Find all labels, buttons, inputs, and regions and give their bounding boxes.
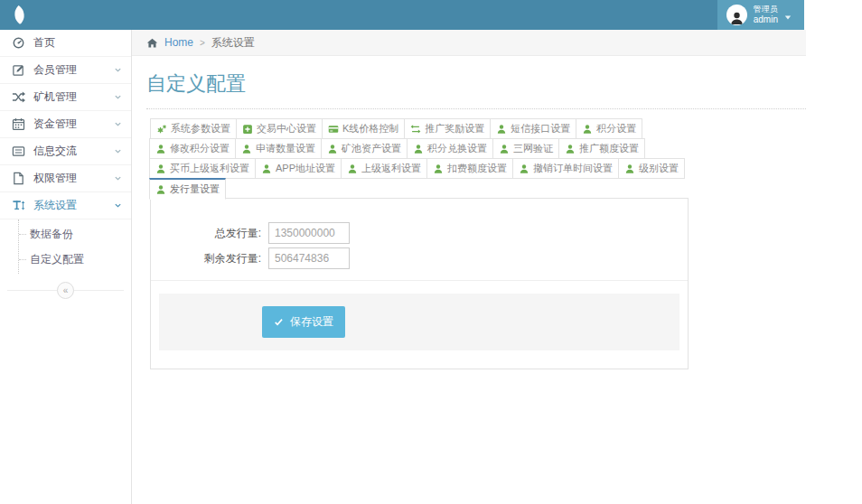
breadcrumb: Home > 系统设置 bbox=[132, 30, 806, 56]
tab-trade-center[interactable]: 交易中心设置 bbox=[236, 118, 323, 139]
user-role: 管理员 bbox=[754, 5, 778, 14]
content-area: Home > 系统设置 自定义配置 系统参数设置 交易中心设置 bbox=[132, 30, 806, 504]
user-icon bbox=[499, 144, 510, 154]
user-icon bbox=[327, 144, 338, 154]
user-icon bbox=[496, 124, 507, 135]
chevron-down-icon bbox=[114, 120, 122, 128]
logo[interactable] bbox=[13, 8, 40, 22]
sidebar: 首页 会员管理 矿机管理 资金管理 信息交流 bbox=[0, 30, 132, 504]
tab-label: 推广奖励设置 bbox=[425, 122, 484, 135]
sidebar-item-label: 信息交流 bbox=[33, 144, 77, 159]
chevron-down-icon bbox=[114, 201, 122, 210]
sidebar-item-messages[interactable]: 信息交流 bbox=[0, 138, 131, 165]
user-name: admin bbox=[754, 14, 778, 25]
tab-pool-assets[interactable]: 矿池资产设置 bbox=[321, 138, 408, 159]
tab-edit-points[interactable]: 修改积分设置 bbox=[149, 138, 236, 159]
user-icon bbox=[565, 144, 576, 154]
tab-promo-quota[interactable]: 推广额度设置 bbox=[558, 138, 645, 159]
tab-three-net-verify[interactable]: 三网验证 bbox=[492, 138, 559, 159]
admin-app: 管理员 admin 首页 会员管理 矿机管理 bbox=[0, 0, 804, 504]
remaining-issuance-row: 剩余发行量: bbox=[151, 247, 688, 269]
message-icon bbox=[12, 145, 25, 158]
form-actions: 保存设置 bbox=[159, 294, 679, 350]
user-icon bbox=[624, 163, 635, 174]
breadcrumb-separator: > bbox=[200, 38, 205, 48]
sidebar-item-members[interactable]: 会员管理 bbox=[0, 57, 131, 84]
tab-label: 级别设置 bbox=[639, 162, 679, 175]
tab-label: 推广额度设置 bbox=[579, 142, 639, 155]
calendar-icon bbox=[12, 117, 25, 131]
user-icon bbox=[155, 144, 166, 154]
tab-system-params[interactable]: 系统参数设置 bbox=[150, 118, 237, 139]
tab-buy-coin-rebate[interactable]: 买币上级返利设置 bbox=[149, 158, 256, 179]
sidebar-subitem-custom-config[interactable]: 自定义配置 bbox=[19, 247, 131, 272]
sidebar-item-label: 权限管理 bbox=[33, 171, 77, 186]
user-icon bbox=[519, 163, 529, 174]
issuance-settings-panel: 总发行量: 剩余发行量: 保存设置 bbox=[150, 198, 689, 369]
top-header: 管理员 admin bbox=[0, 0, 804, 30]
breadcrumb-home-link[interactable]: Home bbox=[164, 36, 193, 49]
sidebar-item-home[interactable]: 首页 bbox=[0, 30, 131, 57]
tab-fee-quota[interactable]: 扣费额度设置 bbox=[426, 158, 513, 179]
tab-issuance-settings[interactable]: 发行量设置 bbox=[149, 178, 226, 200]
tab-promo-reward[interactable]: 推广奖励设置 bbox=[404, 118, 491, 139]
sidebar-item-system-settings[interactable]: 系统设置 bbox=[0, 192, 131, 219]
tab-label: K线价格控制 bbox=[342, 122, 398, 135]
system-settings-submenu: 数据备份 自定义配置 bbox=[18, 219, 131, 274]
chevron-down-icon bbox=[114, 147, 122, 155]
tab-label: 积分设置 bbox=[596, 122, 636, 135]
sidebar-item-funds[interactable]: 资金管理 bbox=[0, 111, 131, 138]
tab-upper-rebate[interactable]: 上级返利设置 bbox=[341, 158, 427, 179]
sidebar-item-permissions[interactable]: 权限管理 bbox=[0, 165, 131, 192]
sidebar-item-label: 资金管理 bbox=[33, 117, 77, 132]
sidebar-item-label: 系统设置 bbox=[33, 198, 77, 213]
sidebar-collapse-toggle[interactable]: « bbox=[57, 282, 74, 299]
user-icon bbox=[433, 163, 444, 174]
user-text: 管理员 admin bbox=[754, 5, 778, 25]
save-settings-button[interactable]: 保存设置 bbox=[262, 306, 345, 338]
exchange-icon bbox=[410, 124, 421, 135]
total-issuance-input[interactable] bbox=[268, 222, 350, 244]
tab-app-address[interactable]: APP地址设置 bbox=[255, 158, 342, 179]
settings-portlet: 系统参数设置 交易中心设置 K线价格控制 推广奖励设置 bbox=[150, 118, 689, 369]
tab-points-exchange[interactable]: 积分兑换设置 bbox=[407, 138, 493, 159]
file-icon bbox=[12, 172, 25, 185]
sidebar-subitem-data-backup[interactable]: 数据备份 bbox=[19, 221, 131, 247]
tab-label: 发行量设置 bbox=[170, 182, 220, 196]
tab-label: 矿池资产设置 bbox=[342, 142, 401, 155]
user-icon bbox=[155, 163, 166, 174]
user-icon bbox=[241, 144, 252, 154]
leaf-logo-icon bbox=[10, 5, 29, 24]
credit-card-icon bbox=[328, 124, 339, 135]
sidebar-subitem-label: 数据备份 bbox=[30, 227, 73, 242]
tab-label: 修改积分设置 bbox=[170, 142, 230, 155]
cogs-icon bbox=[156, 124, 167, 135]
plus-square-icon bbox=[242, 124, 253, 135]
remaining-issuance-label: 剩余发行量: bbox=[151, 251, 268, 266]
sidebar-item-miners[interactable]: 矿机管理 bbox=[0, 84, 131, 111]
tab-sms-api[interactable]: 短信接口设置 bbox=[490, 118, 576, 139]
home-icon bbox=[146, 37, 158, 49]
remaining-issuance-input[interactable] bbox=[268, 247, 350, 269]
user-menu[interactable]: 管理员 admin bbox=[717, 0, 804, 30]
settings-tabs: 系统参数设置 交易中心设置 K线价格控制 推广奖励设置 bbox=[150, 118, 689, 199]
shuffle-icon bbox=[12, 90, 25, 104]
user-icon bbox=[347, 163, 358, 174]
tab-cancel-order-time[interactable]: 撤销订单时间设置 bbox=[512, 158, 619, 179]
total-issuance-label: 总发行量: bbox=[151, 226, 268, 241]
total-issuance-row: 总发行量: bbox=[151, 222, 688, 244]
tab-label: 扣费额度设置 bbox=[447, 162, 507, 175]
form-divider bbox=[151, 280, 688, 281]
sidebar-item-label: 会员管理 bbox=[33, 62, 77, 78]
tab-level-settings[interactable]: 级别设置 bbox=[618, 158, 685, 179]
tab-label: 短信接口设置 bbox=[511, 122, 570, 135]
tab-apply-quantity[interactable]: 申请数量设置 bbox=[235, 138, 322, 159]
sidebar-subitem-label: 自定义配置 bbox=[30, 252, 84, 267]
tab-label: 积分兑换设置 bbox=[427, 142, 487, 155]
check-icon bbox=[274, 317, 284, 327]
tab-kline-price[interactable]: K线价格控制 bbox=[322, 118, 405, 139]
tab-points[interactable]: 积分设置 bbox=[576, 118, 642, 139]
user-icon bbox=[582, 124, 593, 135]
tab-label: 申请数量设置 bbox=[256, 142, 315, 155]
text-height-icon bbox=[12, 199, 25, 212]
